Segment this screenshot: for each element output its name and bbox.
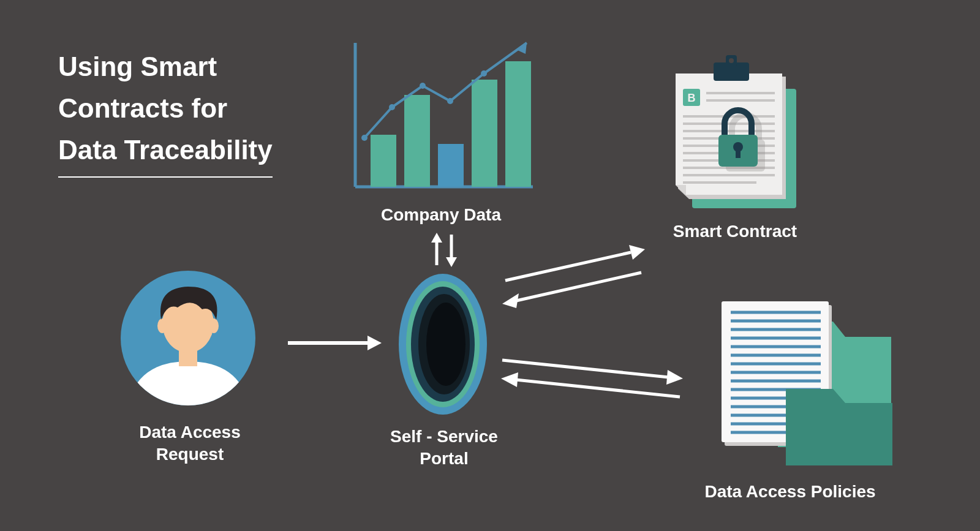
svg-text:B: B [688, 92, 696, 104]
svg-line-72 [505, 252, 631, 281]
svg-point-12 [481, 70, 487, 77]
svg-point-42 [157, 318, 167, 333]
svg-point-11 [447, 98, 453, 104]
svg-point-8 [361, 135, 368, 141]
svg-marker-69 [431, 233, 442, 243]
diagram-title: Using Smart Contracts for Data Traceabil… [58, 46, 273, 178]
svg-rect-3 [404, 95, 430, 187]
arrow-portal-smartcontract-icon [499, 245, 649, 312]
title-line1: Using Smart [58, 51, 217, 81]
svg-line-74 [516, 273, 641, 301]
data-access-policies-label: Data Access Policies [680, 481, 900, 503]
svg-rect-6 [505, 61, 531, 187]
svg-rect-4 [438, 144, 464, 187]
portal-icon [397, 273, 489, 416]
svg-rect-2 [371, 135, 396, 187]
svg-line-78 [516, 380, 680, 397]
arrow-request-to-portal-icon [285, 331, 383, 355]
svg-point-9 [389, 104, 395, 110]
title-line2: Contracts for [58, 93, 227, 123]
svg-marker-79 [501, 372, 518, 387]
svg-marker-67 [368, 336, 382, 350]
svg-rect-37 [736, 147, 741, 158]
svg-marker-75 [502, 293, 519, 308]
folder-document-icon [695, 294, 897, 472]
svg-point-19 [729, 58, 734, 63]
company-data-icon [343, 37, 539, 196]
svg-marker-73 [629, 245, 645, 260]
arrow-portal-policies-icon [497, 348, 687, 412]
svg-point-10 [420, 83, 426, 89]
data-access-request-label: Data Access Request [104, 421, 276, 466]
svg-point-48 [426, 303, 466, 386]
arrow-portal-companydata-icon [426, 232, 462, 268]
svg-line-76 [502, 360, 669, 377]
company-data-label: Company Data [343, 204, 539, 226]
svg-marker-77 [666, 370, 683, 385]
person-avatar-icon [119, 269, 257, 407]
self-service-portal-label: Self - Service Portal [377, 426, 511, 470]
title-line3: Data Traceability [58, 129, 273, 177]
smart-contract-label: Smart Contract [643, 220, 827, 243]
smart-contract-icon: B [652, 55, 812, 211]
svg-rect-5 [472, 80, 497, 187]
svg-point-43 [209, 318, 219, 333]
svg-marker-71 [446, 257, 457, 267]
